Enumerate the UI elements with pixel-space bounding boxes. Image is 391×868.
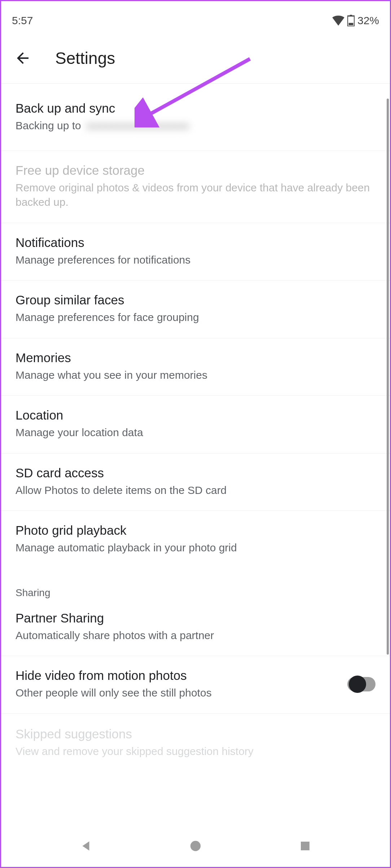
playback-title: Photo grid playback <box>16 523 375 538</box>
triangle-back-icon <box>79 839 93 853</box>
free-up-sub: Remove original photos & videos from you… <box>16 181 375 210</box>
partner-title: Partner Sharing <box>16 611 375 625</box>
photo-grid-playback-item[interactable]: Photo grid playback Manage automatic pla… <box>1 511 390 568</box>
notifications-title: Notifications <box>16 235 375 250</box>
partner-sharing-item[interactable]: Partner Sharing Automatically share phot… <box>1 599 390 656</box>
faces-title: Group similar faces <box>16 293 375 307</box>
free-up-title: Free up device storage <box>16 163 375 178</box>
sd-sub: Allow Photos to delete items on the SD c… <box>16 483 375 498</box>
location-sub: Manage your location data <box>16 425 375 440</box>
location-title: Location <box>16 408 375 422</box>
battery-percent: 32% <box>357 14 379 27</box>
skipped-sub: View and remove your skipped suggestion … <box>16 744 375 759</box>
nav-back-button[interactable] <box>77 837 95 855</box>
square-recents-icon <box>299 840 311 852</box>
notifications-sub: Manage preferences for notifications <box>16 253 375 268</box>
svg-point-4 <box>190 841 201 851</box>
sharing-section-header: Sharing <box>1 568 390 599</box>
svg-rect-2 <box>349 23 353 25</box>
backup-sync-item[interactable]: Back up and sync Backing up to xxxxxxxxx… <box>1 84 390 151</box>
sd-card-item[interactable]: SD card access Allow Photos to delete it… <box>1 453 390 511</box>
sd-title: SD card access <box>16 466 375 480</box>
memories-item[interactable]: Memories Manage what you see in your mem… <box>1 338 390 396</box>
location-item[interactable]: Location Manage your location data <box>1 396 390 453</box>
app-bar: Settings <box>1 41 390 84</box>
memories-title: Memories <box>16 351 375 365</box>
hide-video-toggle[interactable] <box>347 677 375 691</box>
svg-rect-5 <box>301 842 309 850</box>
faces-sub: Manage preferences for face grouping <box>16 310 375 325</box>
wifi-icon <box>332 16 344 26</box>
backup-sub: Backing up to xxxxxxxxxxxxxxxxxxx <box>16 118 375 133</box>
battery-icon <box>347 15 355 26</box>
partner-sub: Automatically share photos with a partne… <box>16 628 375 643</box>
free-up-storage-item[interactable]: Free up device storage Remove original p… <box>1 151 390 223</box>
playback-sub: Manage automatic playback in your photo … <box>16 541 375 555</box>
nav-recents-button[interactable] <box>296 837 314 855</box>
circle-home-icon <box>189 840 202 852</box>
scrollbar[interactable] <box>387 99 389 655</box>
hide-video-item[interactable]: Hide video from motion photos Other peop… <box>1 656 390 714</box>
notifications-item[interactable]: Notifications Manage preferences for not… <box>1 223 390 281</box>
back-button[interactable] <box>12 47 34 69</box>
group-faces-item[interactable]: Group similar faces Manage preferences f… <box>1 281 390 338</box>
system-nav-bar <box>2 826 389 866</box>
account-blurred: xxxxxxxxxxxxxxxxxxx <box>86 118 189 133</box>
skipped-title: Skipped suggestions <box>16 727 375 741</box>
settings-list: Back up and sync Backing up to xxxxxxxxx… <box>1 84 390 762</box>
page-title: Settings <box>55 48 115 68</box>
hide-video-sub: Other people will only see the still pho… <box>16 686 337 700</box>
hide-video-title: Hide video from motion photos <box>16 668 337 683</box>
skipped-suggestions-item[interactable]: Skipped suggestions View and remove your… <box>1 714 390 763</box>
memories-sub: Manage what you see in your memories <box>16 368 375 383</box>
status-time: 5:57 <box>12 14 33 27</box>
status-bar: 5:57 32% <box>1 1 390 34</box>
backup-title: Back up and sync <box>16 101 375 116</box>
arrow-back-icon <box>14 49 31 67</box>
nav-home-button[interactable] <box>186 837 205 855</box>
